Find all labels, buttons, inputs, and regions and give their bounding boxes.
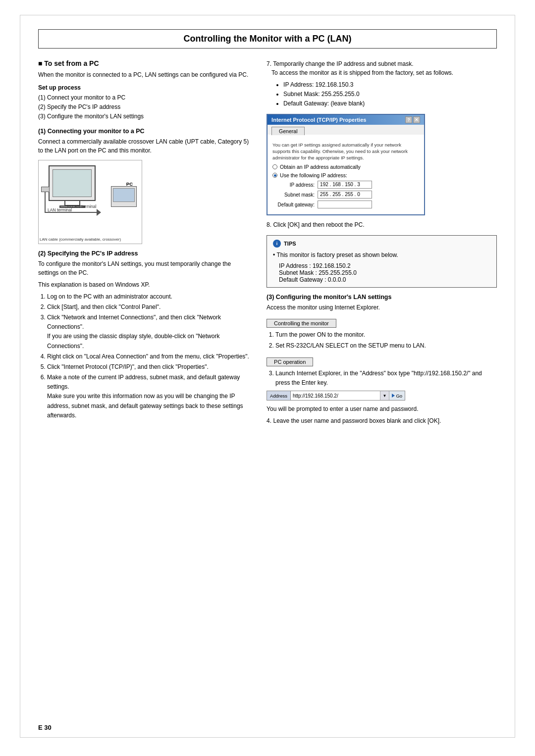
- go-label: Go: [396, 393, 402, 399]
- radio-manual-circle[interactable]: [272, 173, 277, 178]
- go-arrow-icon: [392, 394, 395, 398]
- dialog-note: You can get IP settings assigned automat…: [272, 142, 419, 161]
- step7-text: 7. Temporarily change the IP address and…: [267, 59, 497, 77]
- setup-step-1: (1) Connect your monitor to a PC: [38, 93, 251, 102]
- dialog-title-buttons: ? ✕: [405, 116, 420, 123]
- go-button[interactable]: Go: [389, 391, 405, 400]
- specify-step-4: Right click on "Local Area Connection" a…: [47, 352, 251, 361]
- radio-auto-circle[interactable]: [272, 164, 277, 169]
- cable-horiz: [45, 212, 98, 213]
- dialog-close-btn[interactable]: ✕: [413, 116, 420, 123]
- radio-manual-label: Use the following IP address:: [280, 172, 347, 178]
- section-square-icon: ■: [38, 59, 44, 67]
- dialog-title: Internet Protocol (TCP/IP) Properties: [271, 117, 366, 123]
- configure-heading: (3) Configuring the monitor's LAN settin…: [267, 294, 497, 301]
- step7-bullet-1: IP Address: 192.168.150.3: [283, 80, 497, 90]
- pc-step-3: Launch Internet Explorer, in the "Addres…: [275, 369, 497, 388]
- page-title: Controlling the Monitor with a PC (LAN): [184, 34, 352, 44]
- tips-details: IP Address : 192.168.150.2 Subnet Mask :…: [273, 262, 490, 283]
- specify-step-2: Click [Start], and then click "Control P…: [47, 302, 251, 312]
- tips-header: i TIPS: [273, 240, 490, 248]
- gateway-row: Default gateway:: [272, 201, 419, 208]
- dialog-general-tab[interactable]: General: [271, 127, 305, 135]
- subnet-label: Subnet mask:: [272, 192, 315, 198]
- cable-arrow: [97, 209, 101, 216]
- gateway-label: Default gateway:: [272, 202, 315, 207]
- setup-process-list: (1) Connect your monitor to a PC (2) Spe…: [38, 93, 251, 122]
- pc-shape: [111, 186, 137, 207]
- specify-steps-list: Log on to the PC with an administrator a…: [38, 292, 251, 420]
- gateway-field[interactable]: [318, 201, 372, 208]
- setup-process-heading: Set up process: [38, 84, 251, 91]
- dialog-titlebar: Internet Protocol (TCP/IP) Properties ? …: [268, 115, 424, 125]
- specify-section-heading: (2) Specifying the PC's IP address: [38, 250, 251, 257]
- dialog-body: You can get IP settings assigned automat…: [268, 135, 424, 215]
- step8-text: 8. Click [OK] and then reboot the PC.: [267, 220, 497, 229]
- dialog-help-btn[interactable]: ?: [405, 116, 412, 123]
- intro-text: When the monitor is connected to a PC, L…: [38, 70, 251, 79]
- to-set-from-pc-heading: ■ To set from a PC: [38, 59, 251, 67]
- subnet-row: Subnet mask: 255 . 255 . 255 . 0: [272, 191, 419, 199]
- ip-address-label: IP address:: [272, 182, 315, 188]
- tips-box: i TIPS • This monitor is factory preset …: [267, 235, 497, 288]
- controlling-steps: Turn the power ON to the monitor. Set RS…: [267, 330, 497, 350]
- ip-address-field[interactable]: 192 . 168 . 150 . 3: [318, 181, 372, 189]
- specify-note: This explanation is based on Windows XP.: [38, 280, 251, 289]
- step4-text: You will be prompted to enter a user nam…: [267, 404, 497, 413]
- tcpip-dialog: Internet Protocol (TCP/IP) Properties ? …: [267, 114, 425, 216]
- setup-step-2: (2) Specify the PC's IP address: [38, 102, 251, 112]
- connect-section-text: Connect a commercially available crossov…: [38, 137, 251, 155]
- radio-manual: Use the following IP address:: [272, 172, 419, 178]
- configure-text: Access the monitor using Internet Explor…: [267, 303, 497, 312]
- radio-auto-label: Obtain an IP address automatically: [280, 164, 361, 170]
- right-column: 7. Temporarily change the IP address and…: [267, 59, 497, 428]
- monitor-body: [49, 165, 96, 201]
- radio-filled-dot: [274, 174, 276, 177]
- lan-cable-label: LAN cable (commercially available, cross…: [40, 237, 121, 242]
- dropdown-arrow-btn[interactable]: ▼: [380, 391, 389, 400]
- tips-subnet-mask: Subnet Mask : 255.255.255.0: [279, 269, 490, 276]
- monitor-screen: [53, 169, 92, 197]
- address-bar-input[interactable]: http://192.168.150.2/: [291, 393, 380, 399]
- page-number: E 30: [38, 724, 52, 731]
- step7-bullets: IP Address: 192.168.150.3 Subnet Mask: 2…: [276, 80, 497, 109]
- page-title-box: Controlling the Monitor with a PC (LAN): [38, 29, 497, 49]
- diagram-inner: LAN terminal To LAN terminal PC LAN: [39, 160, 142, 244]
- two-column-layout: ■ To set from a PC When the monitor is c…: [38, 59, 497, 428]
- tips-title: TIPS: [284, 241, 296, 247]
- step7-bullet-2: Subnet Mask: 255.255.255.0: [283, 90, 497, 99]
- specify-intro: To configure the monitor's LAN settings,…: [38, 259, 251, 277]
- address-bar: Address http://192.168.150.2/ ▼ Go: [267, 391, 405, 401]
- tips-intro: • This monitor is factory preset as show…: [273, 251, 490, 259]
- tips-gateway: Default Gateway : 0.0.0.0: [279, 276, 490, 283]
- ctrl-step-2: Set RS-232C/LAN SELECT on the SETUP menu…: [275, 341, 497, 351]
- ip-address-row: IP address: 192 . 168 . 150 . 3: [272, 181, 419, 189]
- setup-step-3: (3) Configure the monitor's LAN settings: [38, 112, 251, 121]
- tips-ip-address: IP Address : 192.168.150.2: [279, 262, 490, 269]
- pc-operation-tab[interactable]: PC operation: [267, 357, 313, 366]
- pc-screen-inner: [113, 188, 135, 202]
- specify-step-3: Click "Network and Internet Connections"…: [47, 313, 251, 351]
- subnet-field[interactable]: 255 . 255 . 255 . 0: [318, 191, 372, 199]
- cable-vert: [45, 192, 46, 212]
- step5-text: 4. Leave the user name and password boxe…: [267, 416, 497, 425]
- page-container: Controlling the Monitor with a PC (LAN) …: [20, 15, 515, 738]
- pc-operation-steps: Launch Internet Explorer, in the "Addres…: [267, 369, 497, 388]
- specify-step-1: Log on to the PC with an administrator a…: [47, 292, 251, 302]
- to-lan-label: To LAN terminal: [66, 204, 96, 209]
- ctrl-step-1: Turn the power ON to the monitor.: [275, 330, 497, 340]
- dropdown-icon: ▼: [383, 394, 387, 398]
- address-bar-label: Address: [267, 391, 291, 400]
- dialog-tabs: General: [268, 125, 424, 135]
- step7-bullet-3: Default Gateway: (leave blank): [283, 99, 497, 108]
- left-column: ■ To set from a PC When the monitor is c…: [38, 59, 251, 428]
- lan-connection-diagram: LAN terminal To LAN terminal PC LAN: [38, 160, 142, 244]
- radio-auto: Obtain an IP address automatically: [272, 164, 419, 170]
- tips-icon: i: [273, 240, 281, 248]
- specify-step-6: Make a note of the current IP address, s…: [47, 373, 251, 420]
- controlling-monitor-tab[interactable]: Controlling the monitor: [267, 319, 336, 328]
- specify-step-5: Click "Internet Protocol (TCP/IP)", and …: [47, 362, 251, 372]
- connect-section-heading: (1) Connecting your monitor to a PC: [38, 128, 251, 135]
